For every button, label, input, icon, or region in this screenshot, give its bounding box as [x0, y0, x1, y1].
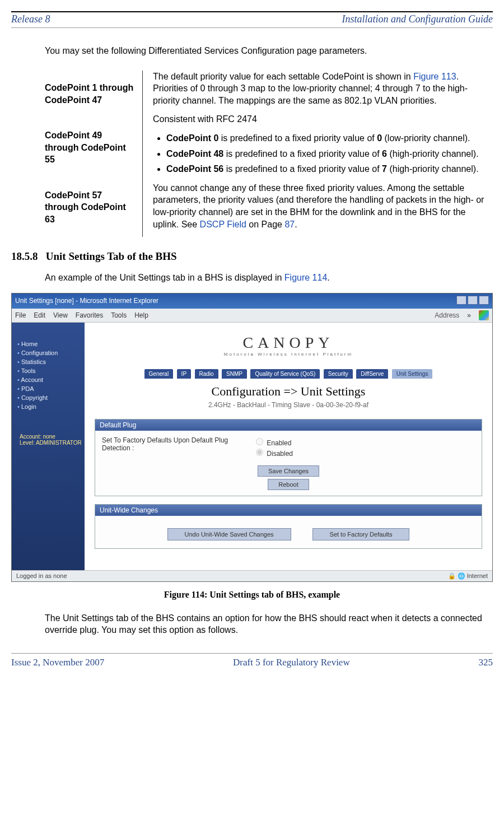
tab-row: General IP Radio SNMP Quality of Service…	[95, 368, 482, 379]
address-label: Address	[435, 311, 459, 319]
maximize-icon[interactable]	[468, 296, 478, 305]
sidebar-item-home[interactable]: Home	[17, 339, 85, 348]
link-figure-114[interactable]: Figure 114	[284, 273, 328, 282]
panel-unit-wide-header: Unit-Wide Changes	[95, 505, 482, 516]
tab-diffserve[interactable]: DiffServe	[356, 369, 388, 379]
menu-view[interactable]: View	[53, 311, 68, 319]
def-p1-pre: The default priority value for each sett…	[153, 72, 413, 81]
tab-ip[interactable]: IP	[177, 369, 191, 379]
header-right: Installation and Configuration Guide	[342, 13, 493, 25]
tab-qos[interactable]: Quality of Service (QoS)	[250, 369, 320, 379]
sidebar-item-copyright[interactable]: Copyright	[17, 393, 85, 402]
level-line: Level: ADMINISTRATOR	[20, 440, 85, 446]
radio-enabled[interactable]: Enabled	[253, 436, 293, 447]
nav-sidebar: Home Configuration Statistics Tools Acco…	[12, 323, 85, 570]
link-page-87[interactable]: 87	[284, 220, 295, 229]
section-heading: 18.5.8 Unit Settings Tab of the BHS	[11, 250, 493, 263]
sidebar-item-configuration[interactable]: Configuration	[17, 348, 85, 357]
close-icon[interactable]	[479, 296, 489, 305]
undo-changes-button[interactable]: Undo Unit-Wide Saved Changes	[167, 528, 291, 540]
intro-text: You may set the following Differentiated…	[45, 45, 493, 57]
link-dscp-field[interactable]: DSCP Field	[200, 220, 246, 229]
footer-right: 325	[479, 657, 493, 668]
def-p2: Consistent with RFC 2474	[153, 113, 493, 125]
window-title: Unit Settings [none] - Microsoft Interne…	[15, 297, 158, 305]
content-subtitle: 2.4GHz - BackHaul - Timing Slave - 0a-00…	[95, 401, 482, 409]
minimize-icon[interactable]	[456, 296, 466, 305]
bullet-cp0: CodePoint 0 is predefined to a fixed pri…	[166, 132, 493, 145]
menu-tools[interactable]: Tools	[111, 311, 127, 319]
def-p3-mid: on Page	[246, 220, 285, 229]
sidebar-item-statistics[interactable]: Statistics	[17, 357, 85, 366]
definitions-block: CodePoint 1 through CodePoint 47 CodePoi…	[45, 71, 493, 237]
bullet-cp56: CodePoint 56 is predefined to a fixed pr…	[166, 163, 493, 175]
windows-logo-icon	[479, 310, 489, 320]
reboot-button[interactable]: Reboot	[268, 479, 309, 490]
tab-security[interactable]: Security	[324, 369, 353, 379]
tab-radio[interactable]: Radio	[195, 369, 218, 379]
status-left: Logged in as none	[16, 572, 67, 580]
bullet-cp48: CodePoint 48 is predefined to a fixed pr…	[166, 148, 493, 160]
footer-center: Draft 5 for Regulatory Review	[233, 657, 350, 668]
save-changes-button[interactable]: Save Changes	[258, 465, 319, 477]
tab-general[interactable]: General	[144, 369, 174, 379]
sidebar-item-pda[interactable]: PDA	[17, 384, 85, 393]
canopy-tagline: Motorola Wireless Internet Platform	[95, 352, 482, 357]
footer-left: Issue 2, November 2007	[11, 657, 104, 668]
section-text: An example of the Unit Settings tab in a…	[45, 272, 493, 284]
closing-text: The Unit Settings tab of the BHS contain…	[45, 612, 493, 636]
def-label-3: CodePoint 57 through CodePoint 63	[45, 189, 134, 226]
content-title: Configuration => Unit Settings	[95, 384, 482, 399]
field-label: Set To Factory Defaults Upon Default Plu…	[102, 436, 231, 452]
window-controls[interactable]	[455, 296, 489, 306]
sidebar-item-tools[interactable]: Tools	[17, 366, 85, 375]
sidebar-item-login[interactable]: Login	[17, 402, 85, 411]
sidebar-item-account[interactable]: Account	[17, 375, 85, 384]
figure-caption: Figure 114: Unit Settings tab of BHS, ex…	[11, 590, 493, 600]
menu-file[interactable]: File	[15, 311, 26, 319]
tab-snmp[interactable]: SNMP	[222, 369, 247, 379]
canopy-logo: CANOPY	[95, 334, 482, 352]
account-line: Account: none	[20, 434, 85, 440]
menu-favorites[interactable]: Favorites	[76, 311, 103, 319]
menu-help[interactable]: Help	[134, 311, 148, 319]
panel-default-plug: Default Plug Set To Factory Defaults Upo…	[95, 419, 482, 496]
def-label-2: CodePoint 49 through CodePoint 55	[45, 129, 134, 166]
link-figure-113[interactable]: Figure 113	[413, 72, 456, 81]
menu-edit[interactable]: Edit	[34, 311, 45, 319]
status-right: 🔒 🌐 Internet	[448, 572, 488, 580]
header-left: Release 8	[11, 13, 50, 25]
panel-default-plug-header: Default Plug	[95, 420, 482, 431]
panel-unit-wide: Unit-Wide Changes Undo Unit-Wide Saved C…	[95, 504, 482, 549]
def-label-1: CodePoint 1 through CodePoint 47	[45, 82, 134, 106]
factory-defaults-button[interactable]: Set to Factory Defaults	[312, 528, 410, 540]
radio-disabled[interactable]: Disabled	[253, 447, 293, 458]
def-p3-post: .	[295, 220, 297, 229]
tab-unit-settings[interactable]: Unit Settings	[392, 369, 433, 379]
screenshot-figure: Unit Settings [none] - Microsoft Interne…	[11, 293, 493, 582]
